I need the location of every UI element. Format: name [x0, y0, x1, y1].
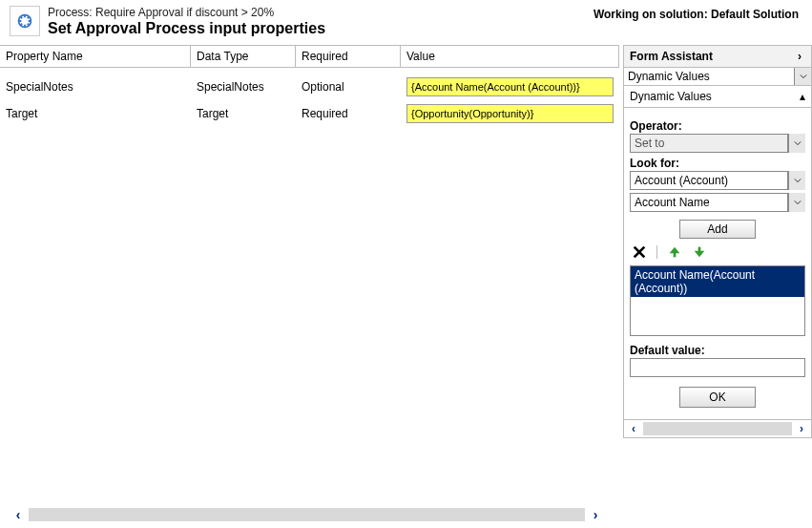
- scroll-track[interactable]: [29, 508, 585, 521]
- scroll-left-icon[interactable]: ‹: [626, 422, 641, 435]
- lookfor-label: Look for:: [630, 157, 805, 170]
- bottom-scrollbar[interactable]: ‹ ›: [10, 507, 604, 522]
- dropdown-icon[interactable]: [788, 134, 805, 153]
- cell-property-name: SpecialNotes: [0, 80, 191, 94]
- separator: [656, 245, 657, 259]
- selected-list[interactable]: Account Name(Account (Account)): [630, 265, 805, 336]
- col-data-type[interactable]: Data Type: [191, 46, 296, 67]
- move-up-icon[interactable]: [667, 244, 682, 260]
- col-value[interactable]: Value: [401, 46, 619, 67]
- col-required[interactable]: Required: [296, 46, 401, 67]
- scroll-track[interactable]: [643, 422, 792, 435]
- add-button[interactable]: Add: [679, 220, 756, 239]
- form-assistant-header[interactable]: Form Assistant ›: [623, 45, 812, 67]
- scroll-left-icon[interactable]: ‹: [10, 507, 27, 522]
- scroll-right-icon[interactable]: ›: [794, 422, 809, 435]
- property-row: Target Target Required: [0, 100, 619, 127]
- default-value-label: Default value:: [630, 344, 805, 357]
- remove-icon[interactable]: [632, 244, 647, 260]
- section-label: Dynamic Values: [630, 90, 712, 103]
- operator-label: Operator:: [630, 119, 805, 133]
- property-row: SpecialNotes SpecialNotes Optional: [0, 74, 619, 100]
- value-input[interactable]: [406, 104, 614, 123]
- cell-required: Optional: [296, 80, 401, 94]
- svg-rect-2: [698, 247, 701, 252]
- chevron-right-icon: ›: [794, 50, 805, 63]
- value-input[interactable]: [406, 77, 614, 96]
- dropdown-icon[interactable]: [788, 171, 805, 190]
- lookfor-entity-select[interactable]: [630, 171, 788, 190]
- cell-property-name: Target: [0, 107, 191, 120]
- col-property-name[interactable]: Property Name: [0, 46, 191, 67]
- list-item[interactable]: Account Name(Account (Account)): [631, 266, 804, 297]
- ok-button[interactable]: OK: [679, 387, 756, 408]
- cell-required: Required: [296, 107, 401, 120]
- solution-label: Working on solution: Default Solution: [593, 8, 799, 21]
- mode-select-value: Dynamic Values: [624, 68, 794, 85]
- cell-data-type: Target: [191, 107, 296, 120]
- scroll-right-icon[interactable]: ›: [587, 507, 604, 522]
- mode-select[interactable]: Dynamic Values: [623, 67, 812, 86]
- column-headers: Property Name Data Type Required Value: [0, 45, 619, 68]
- dropdown-icon[interactable]: [788, 193, 805, 212]
- dynamic-values-section[interactable]: Dynamic Values ▴: [623, 86, 812, 108]
- cell-data-type: SpecialNotes: [191, 80, 296, 94]
- right-scrollbar[interactable]: ‹ ›: [623, 420, 812, 438]
- default-value-input[interactable]: [630, 358, 805, 377]
- form-assistant-title: Form Assistant: [630, 50, 713, 63]
- operator-select[interactable]: [630, 134, 788, 153]
- dropdown-icon[interactable]: [794, 68, 811, 85]
- process-icon: [10, 6, 40, 36]
- collapse-icon: ▴: [800, 90, 805, 103]
- lookfor-attr-select[interactable]: [630, 193, 788, 212]
- svg-rect-1: [674, 252, 677, 257]
- move-down-icon[interactable]: [692, 244, 707, 260]
- page-title: Set Approval Process input properties: [48, 20, 802, 37]
